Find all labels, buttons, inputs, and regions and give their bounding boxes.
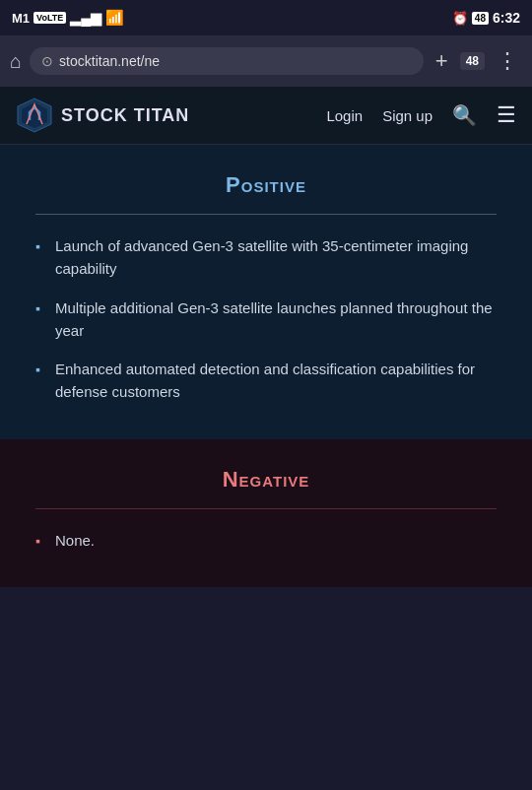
logo-icon <box>16 97 53 134</box>
positive-bullet-list: Launch of advanced Gen-3 satellite with … <box>35 234 497 404</box>
carrier-label: M1 <box>12 11 30 26</box>
signup-link[interactable]: Sign up <box>382 107 432 124</box>
nav-bar: STOCK TITAN Login Sign up 🔍 ☰ <box>0 87 532 145</box>
menu-icon[interactable]: ☰ <box>497 102 516 128</box>
status-right: ⏰ 48 6:32 <box>452 10 520 26</box>
status-left: M1 VoLTE ▂▄▆ 📶 <box>12 9 124 27</box>
negative-bullet-list: None. <box>35 529 497 552</box>
negative-divider <box>35 508 497 509</box>
new-tab-button[interactable]: + <box>432 44 452 78</box>
logo-container: STOCK TITAN <box>16 97 189 134</box>
negative-title: Negative <box>35 467 497 493</box>
tab-count-badge[interactable]: 48 <box>460 52 485 70</box>
positive-divider <box>35 214 497 215</box>
list-item: Launch of advanced Gen-3 satellite with … <box>35 234 497 281</box>
browser-bar: ⌂ ⊙ stocktitan.net/ne + 48 ⋮ <box>0 35 532 87</box>
logo-text: STOCK TITAN <box>61 105 189 126</box>
alarm-icon: ⏰ <box>452 11 468 26</box>
list-item: Multiple additional Gen-3 satellite laun… <box>35 296 497 343</box>
time-label: 6:32 <box>493 10 520 26</box>
positive-section: Positive Launch of advanced Gen-3 satell… <box>0 145 532 439</box>
battery-badge: 48 <box>472 12 489 25</box>
wifi-icon: 📶 <box>105 9 124 27</box>
signal-icon: ▂▄▆ <box>70 10 101 26</box>
url-text: stocktitan.net/ne <box>59 53 160 69</box>
nav-links: Login Sign up 🔍 ☰ <box>326 102 516 128</box>
negative-section: Negative None. <box>0 439 532 587</box>
search-icon[interactable]: 🔍 <box>452 103 477 127</box>
volte-badge: VoLTE <box>33 12 66 24</box>
site-security-icon: ⊙ <box>41 53 53 69</box>
home-icon[interactable]: ⌂ <box>10 50 22 73</box>
positive-title: Positive <box>35 172 497 198</box>
status-bar: M1 VoLTE ▂▄▆ 📶 ⏰ 48 6:32 <box>0 0 532 35</box>
list-item: Enhanced automated detection and classif… <box>35 358 497 404</box>
login-link[interactable]: Login <box>326 107 363 124</box>
list-item: None. <box>35 529 497 552</box>
more-options-button[interactable]: ⋮ <box>493 44 522 78</box>
url-bar[interactable]: ⊙ stocktitan.net/ne <box>30 47 424 75</box>
